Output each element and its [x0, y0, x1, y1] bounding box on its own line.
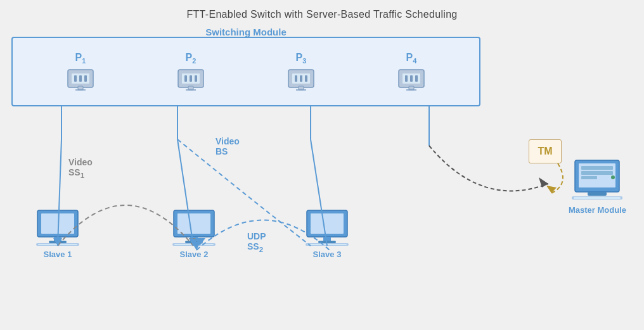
master-module-icon — [569, 157, 626, 201]
udp-ss2-label: UDPSS2 — [247, 231, 266, 253]
svg-rect-23 — [405, 75, 408, 82]
video-ss1-label: VideoSS1 — [68, 157, 93, 179]
slave-3: Slave 3 — [304, 209, 350, 259]
port-p2: P2 — [176, 52, 206, 91]
slave-1-label: Slave 1 — [44, 250, 72, 259]
svg-rect-48 — [581, 166, 613, 170]
slave-2-icon — [171, 209, 217, 246]
svg-rect-10 — [190, 75, 192, 82]
svg-rect-45 — [307, 244, 347, 245]
svg-rect-19 — [299, 86, 304, 90]
port-p4: P4 — [396, 52, 427, 91]
svg-rect-26 — [409, 86, 414, 90]
svg-rect-17 — [300, 75, 302, 82]
port-p3-icon — [286, 67, 316, 91]
svg-rect-49 — [581, 171, 613, 175]
port-p1: P1 — [65, 52, 96, 91]
svg-rect-24 — [410, 75, 413, 82]
svg-rect-31 — [49, 241, 67, 243]
svg-rect-2 — [74, 75, 77, 82]
svg-rect-25 — [415, 75, 418, 82]
svg-rect-11 — [195, 75, 197, 82]
svg-rect-35 — [177, 213, 210, 234]
switching-module-label: Switching Module — [205, 27, 287, 37]
svg-rect-29 — [41, 213, 74, 234]
svg-rect-37 — [185, 241, 203, 243]
svg-marker-65 — [539, 177, 548, 187]
switching-module: Switching Module P1 P2 — [11, 37, 480, 106]
tm-box: TM — [529, 139, 562, 163]
svg-rect-43 — [318, 241, 336, 243]
port-p2-icon — [176, 67, 206, 91]
svg-rect-50 — [581, 176, 597, 179]
svg-point-51 — [611, 175, 615, 179]
svg-rect-30 — [54, 237, 61, 241]
svg-rect-9 — [184, 75, 187, 82]
port-p3-label: P3 — [296, 52, 307, 65]
port-p4-label: P4 — [406, 52, 417, 65]
page-title: FTT-Enabled Switch with Server-Based Tra… — [0, 0, 644, 20]
port-p2-label: P2 — [186, 52, 196, 65]
slave-1: Slave 1 — [35, 209, 80, 259]
svg-rect-12 — [188, 86, 193, 90]
svg-rect-33 — [38, 244, 77, 245]
svg-rect-16 — [295, 75, 297, 82]
port-p3: P3 — [286, 52, 316, 91]
master-module: Master Module — [569, 157, 626, 215]
port-p4-icon — [396, 67, 427, 91]
svg-rect-18 — [305, 75, 307, 82]
svg-rect-39 — [174, 244, 214, 245]
svg-rect-42 — [323, 237, 331, 241]
svg-rect-36 — [190, 237, 198, 241]
master-label: Master Module — [569, 205, 626, 215]
port-p1-label: P1 — [75, 52, 86, 65]
svg-rect-41 — [311, 213, 344, 234]
ports-row: P1 P2 — [13, 38, 479, 105]
slave-2: Slave 2 — [171, 209, 217, 259]
slave-3-icon — [304, 209, 350, 246]
svg-rect-52 — [588, 192, 607, 196]
slave-2-label: Slave 2 — [180, 250, 209, 259]
slave-1-icon — [35, 209, 80, 246]
svg-rect-5 — [78, 86, 83, 90]
tm-label: TM — [538, 146, 552, 157]
svg-marker-66 — [546, 186, 557, 193]
video-bs-label: VideoBS — [216, 136, 240, 156]
svg-rect-54 — [574, 197, 621, 199]
port-p1-icon — [65, 67, 96, 91]
svg-rect-4 — [84, 75, 87, 82]
slave-3-label: Slave 3 — [313, 250, 342, 259]
svg-rect-3 — [79, 75, 82, 82]
